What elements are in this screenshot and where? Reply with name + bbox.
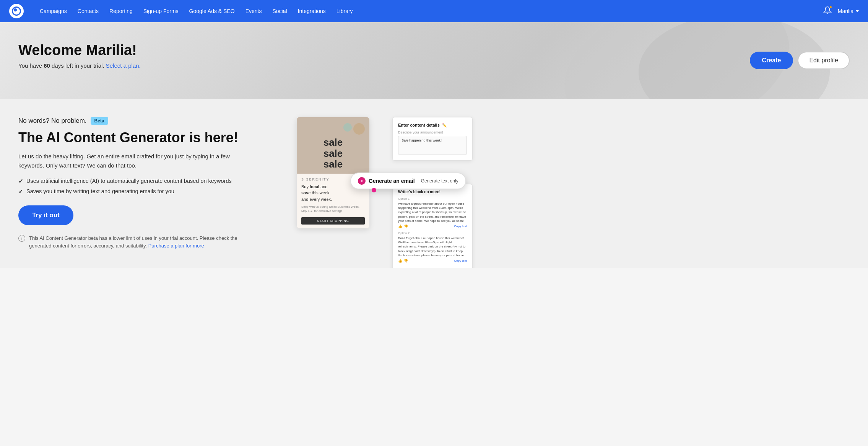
disclaimer-text: This AI Content Generator beta has a low… [29,235,237,249]
nav-reporting[interactable]: Reporting [104,8,138,14]
thumb-up-2-icon[interactable]: 👍 [398,259,402,263]
sale-title: salesalesale [301,137,365,170]
copy-text-1-button[interactable]: Copy text [454,225,467,228]
enter-content-card: Enter content details ✏️ Describe your a… [392,117,473,161]
notifications-bell[interactable] [823,6,832,16]
option-1-text: We have a quick reminder about our open … [398,202,467,223]
ai-feature-2: Saves you time by writing text and gener… [18,188,278,195]
sale-cta-button: START SHOPPING [301,217,365,225]
writers-block-title: Writer's block no more! [398,190,467,194]
nav-social[interactable]: Social [267,8,292,14]
create-button[interactable]: Create [750,52,793,69]
option-1-label: Option 1 [398,197,467,200]
enter-content-title: Enter content details ✏️ [398,123,467,127]
ai-left-content: No words? No problem. Beta The AI Conten… [18,117,278,249]
ai-section: No words? No problem. Beta The AI Conten… [18,117,850,249]
edit-icon: ✏️ [442,123,447,127]
circle-1 [343,123,352,132]
notification-dot [829,5,832,9]
ai-feature-1: Uses artificial intelligence (AI) to aut… [18,178,278,184]
option-2-actions: 👍 👎 Copy text [398,259,467,263]
edit-profile-button[interactable]: Edit profile [798,52,850,69]
generate-email-pill[interactable]: ✦ Generate an email Generate text only [350,173,466,189]
ai-sparkle-icon: ✦ [358,177,366,185]
nav-google-ads-seo[interactable]: Google Ads & SEO [184,8,240,14]
user-menu[interactable]: Marilia [838,8,859,14]
ai-tagline: No words? No problem. Beta [18,117,278,125]
days-count: 60 [44,62,50,69]
try-it-out-button[interactable]: Try it out [18,205,73,225]
option-2-label: Option 2 [398,231,467,235]
thumb-down-icon[interactable]: 👎 [404,225,408,228]
option-1: Option 1 We have a quick reminder about … [398,197,467,228]
info-icon: i [18,235,25,242]
main-nav: Campaigns Contacts Reporting Sign-up For… [0,0,868,22]
purchase-plan-link[interactable]: Purchase a plan for more [148,243,204,249]
generate-email-label: Generate an email [369,178,415,184]
nav-signup-forms[interactable]: Sign-up Forms [138,8,184,14]
subtitle-pre: You have [18,62,44,69]
thumb-up-icon[interactable]: 👍 [398,225,402,228]
sale-fine-print: Shop with us during Small Business Week,… [301,205,365,213]
option-2-text: Don't forget about our open house this w… [398,236,467,257]
hero-section: Welcome Marilia! You have 60 days left i… [0,22,868,99]
ai-disclaimer: i This AI Content Generator beta has a l… [18,234,248,249]
option-2: Option 2 Don't forget about our open hou… [398,231,467,263]
nav-library[interactable]: Library [331,8,358,14]
chevron-down-icon [856,10,859,12]
active-indicator-dot [372,188,376,192]
user-name: Marilia [838,8,853,14]
nav-events[interactable]: Events [240,8,267,14]
beta-badge: Beta [91,117,108,125]
ai-heading: The AI Content Generator is here! [18,129,278,146]
nav-right: Marilia [823,6,859,16]
nav-campaigns[interactable]: Campaigns [34,8,72,14]
nav-contacts[interactable]: Contacts [72,8,104,14]
welcome-title: Welcome Marilia! [18,42,850,59]
describe-field: Sale happening this week! [398,136,467,155]
nav-integrations[interactable]: Integrations [293,8,331,14]
sale-circles [301,123,365,135]
thumb-down-2-icon[interactable]: 👎 [404,259,408,263]
ai-features-list: Uses artificial intelligence (AI) to aut… [18,178,278,195]
sale-header: salesalesale [297,117,369,174]
select-plan-link[interactable]: Select a plan. [106,62,141,69]
describe-label: Describe your announcement [398,130,467,134]
writers-block-card: Writer's block no more! Option 1 We have… [392,184,473,268]
circle-2 [353,123,365,135]
brand-logo[interactable] [9,4,24,18]
option-1-actions: 👍 👎 Copy text [398,225,467,228]
generate-text-label: Generate text only [421,178,458,184]
describe-value: Sale happening this week! [401,138,442,142]
main-content: No words? No problem. Beta The AI Conten… [0,99,868,268]
trial-info: You have 60 days left in your trial. Sel… [18,62,850,69]
ai-description: Let us do the heavy lifting. Get an enti… [18,152,240,170]
ai-preview: salesalesale S SERENITY Buy local andsav… [297,117,473,247]
subtitle-post: days left in your trial. [50,62,104,69]
copy-text-2-button[interactable]: Copy text [454,259,467,262]
nav-links: Campaigns Contacts Reporting Sign-up For… [34,8,823,14]
tagline-text: No words? No problem. [18,117,87,125]
hero-buttons: Create Edit profile [750,52,850,69]
